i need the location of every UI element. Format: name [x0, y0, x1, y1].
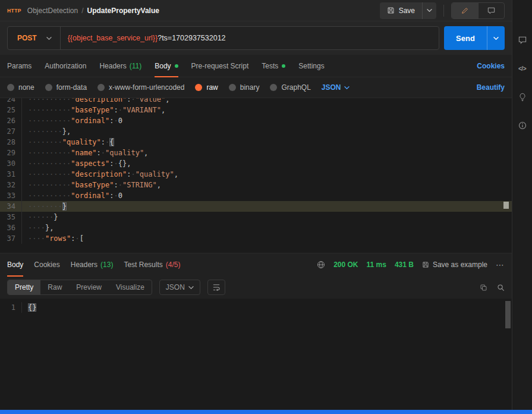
tab-label: Cookies: [34, 261, 59, 269]
code-line-34[interactable]: 34········}: [0, 201, 512, 212]
code-line-29[interactable]: 29··········"name":·"quality",: [0, 148, 512, 158]
save-as-example-label: Save as example: [433, 261, 487, 269]
tab-body[interactable]: Body: [7, 253, 23, 276]
wrap-text-button[interactable]: [207, 280, 225, 295]
method-selector[interactable]: POST: [8, 27, 61, 49]
tab-label: Pre-request Script: [191, 62, 249, 70]
line-number: 37: [0, 233, 21, 244]
line-number: 33: [0, 190, 21, 201]
code-line-30[interactable]: 30··········"aspects":·{},: [0, 158, 512, 169]
url-input[interactable]: {{object_base_service_url}}?ts=170293753…: [61, 27, 439, 49]
code-line-33[interactable]: 33··········"ordinal":·0: [0, 190, 512, 201]
tab-params[interactable]: Params: [7, 55, 32, 77]
radio-icon: [97, 84, 105, 91]
tab-test-results[interactable]: Test Results(4/5): [124, 253, 180, 276]
send-button[interactable]: Send: [444, 26, 487, 50]
tab-settings[interactable]: Settings: [298, 55, 324, 77]
comment-icon: [518, 36, 527, 44]
body-mode-none[interactable]: none: [7, 83, 34, 92]
line-number: 36: [0, 222, 21, 233]
tab-tests[interactable]: Tests: [262, 55, 285, 77]
tab-body[interactable]: Body: [155, 55, 178, 77]
tab-pre-request-script[interactable]: Pre-request Script: [191, 55, 249, 77]
tab-authorization[interactable]: Authorization: [45, 55, 86, 77]
comments-button[interactable]: [515, 33, 530, 46]
code-line-37[interactable]: 37····"rows":·[: [0, 233, 512, 244]
radio-icon: [7, 84, 14, 91]
tab-cookies[interactable]: Cookies: [34, 253, 59, 276]
more-options-icon[interactable]: ⋯: [496, 260, 505, 269]
network-info-icon[interactable]: [317, 261, 325, 269]
body-mode-form-data[interactable]: form-data: [45, 83, 87, 92]
chevron-down-icon: [46, 37, 52, 40]
request-tabs-row: ParamsAuthorizationHeaders(11)BodyPre-re…: [0, 55, 512, 77]
cookies-link[interactable]: Cookies: [477, 62, 505, 70]
edit-request-button[interactable]: [452, 3, 478, 18]
tab-headers[interactable]: Headers(13): [71, 253, 114, 276]
response-status-code[interactable]: 200 OK: [333, 261, 358, 269]
response-time[interactable]: 11 ms: [367, 261, 386, 269]
line-number: 24: [0, 98, 21, 105]
mode-label: form-data: [56, 83, 87, 92]
line-number: 26: [0, 115, 21, 126]
wrap-text-icon: [212, 284, 221, 291]
tab-label: Authorization: [45, 62, 86, 70]
response-body-viewer[interactable]: 1 {}: [0, 299, 512, 410]
code-snippet-button[interactable]: </>: [515, 62, 530, 75]
code-text: ··········"baseType":·"VARIANT",: [21, 105, 512, 115]
method-url-control: POST {{object_base_service_url}}?ts=1702…: [7, 26, 439, 50]
code-line-24[interactable]: 24··········"description":·"value",: [0, 98, 512, 105]
body-language-selector[interactable]: JSON: [322, 83, 350, 92]
save-options-button[interactable]: [422, 2, 436, 19]
save-as-example-button[interactable]: Save as example: [422, 261, 487, 269]
tab-count: (4/5): [166, 261, 181, 269]
comment-header-button[interactable]: [478, 3, 504, 18]
view-preview[interactable]: Preview: [69, 280, 109, 294]
code-line-25[interactable]: 25··········"baseType":·"VARIANT",: [0, 105, 512, 115]
line-number: 30: [0, 158, 21, 169]
code-line-31[interactable]: 31··········"description":·"quality",: [0, 169, 512, 180]
code-text: ······}: [21, 212, 512, 222]
chevron-down-icon: [493, 37, 499, 40]
code-line-27[interactable]: 27········},: [0, 126, 512, 137]
send-options-button[interactable]: [487, 26, 505, 50]
response-language-selector[interactable]: JSON: [159, 280, 200, 295]
body-mode-raw[interactable]: raw: [195, 83, 218, 92]
modified-dot: [175, 64, 178, 68]
response-code-line: 1 {}: [0, 302, 512, 313]
view-visualize[interactable]: Visualize: [109, 280, 152, 294]
info-button[interactable]: [515, 119, 530, 132]
url-suffix: ?ts=1702937532012: [158, 34, 225, 42]
body-mode-binary[interactable]: binary: [229, 83, 260, 92]
code-line-35[interactable]: 35······}: [0, 212, 512, 222]
copy-button[interactable]: [480, 284, 487, 291]
breadcrumb: ObjectDetection / UpdatePropertyValue: [27, 7, 159, 15]
search-button[interactable]: [497, 284, 505, 291]
body-mode-x-www-form-urlencoded[interactable]: x-www-form-urlencoded: [97, 83, 184, 92]
code-line-28[interactable]: 28········"quality":·{: [0, 137, 512, 148]
code-icon: </>: [518, 65, 526, 72]
view-raw[interactable]: Raw: [40, 280, 69, 294]
view-pretty[interactable]: Pretty: [8, 280, 40, 294]
mode-label: none: [18, 83, 34, 92]
related-requests-button[interactable]: [515, 90, 530, 104]
code-line-36[interactable]: 36····},: [0, 222, 512, 233]
code-line-32[interactable]: 32··········"baseType":·"STRING",: [0, 180, 512, 190]
beautify-link[interactable]: Beautify: [477, 83, 505, 92]
code-text: ········"quality":·{: [21, 137, 512, 148]
scrollbar[interactable]: [505, 301, 511, 328]
save-button[interactable]: Save: [380, 2, 422, 19]
breadcrumb-collection[interactable]: ObjectDetection: [27, 7, 78, 15]
body-mode-graphql[interactable]: GraphQL: [270, 83, 310, 92]
request-body-editor[interactable]: 24··········"description":·"value",25···…: [0, 98, 512, 253]
response-size[interactable]: 431 B: [395, 261, 414, 269]
response-status-area: 200 OK 11 ms 431 B Save as example ⋯: [317, 253, 505, 276]
tab-headers[interactable]: Headers(11): [99, 55, 141, 77]
code-text: ··········"aspects":·{},: [21, 158, 512, 169]
line-number: 32: [0, 180, 21, 190]
code-text: ··········"ordinal":·0: [21, 190, 512, 201]
breadcrumb-request-name[interactable]: UpdatePropertyValue: [87, 7, 159, 15]
scroll-position-marker[interactable]: [503, 202, 509, 209]
code-line-26[interactable]: 26··········"ordinal":·0: [0, 115, 512, 126]
tab-label: Body: [155, 62, 171, 70]
